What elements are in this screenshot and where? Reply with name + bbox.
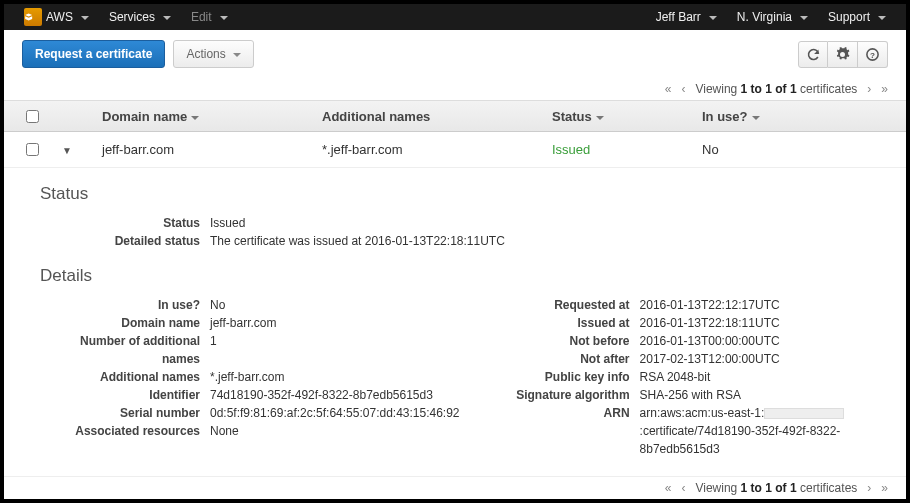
caret-down-icon bbox=[229, 47, 241, 61]
domain-value: jeff-barr.com bbox=[210, 314, 460, 332]
col-header-additional[interactable]: Additional names bbox=[322, 109, 552, 124]
cell-status: Issued bbox=[552, 142, 702, 157]
assoc-value: None bbox=[210, 422, 460, 440]
svg-text:?: ? bbox=[870, 50, 875, 59]
aws-home[interactable]: AWS bbox=[14, 8, 99, 26]
page-prev-button[interactable]: ‹ bbox=[681, 82, 685, 96]
status-value: Issued bbox=[210, 214, 870, 232]
pager-bottom: « ‹ Viewing 1 to 1 of 1 certificates › » bbox=[4, 476, 906, 499]
pubkey-value: RSA 2048-bit bbox=[640, 368, 870, 386]
region-label: N. Virginia bbox=[737, 10, 792, 24]
details-left: In use?No Domain namejeff-barr.com Numbe… bbox=[40, 296, 460, 458]
pager-text: Viewing 1 to 1 of 1 certificates bbox=[695, 481, 857, 495]
edit-menu[interactable]: Edit bbox=[181, 10, 238, 24]
details-section-title: Details bbox=[40, 266, 870, 286]
notafter-value: 2017-02-13T12:00:00UTC bbox=[640, 350, 870, 368]
edit-label: Edit bbox=[191, 10, 212, 24]
sort-icon bbox=[752, 116, 760, 124]
actions-label: Actions bbox=[186, 47, 225, 61]
actions-menu-button[interactable]: Actions bbox=[173, 40, 254, 68]
user-label: Jeff Barr bbox=[656, 10, 701, 24]
global-nav: AWS Services Edit Jeff Barr N. Virginia … bbox=[4, 4, 906, 30]
app-frame: AWS Services Edit Jeff Barr N. Virginia … bbox=[0, 0, 910, 503]
toolbar-icon-group: ? bbox=[798, 41, 888, 68]
identifier-link[interactable]: 74d18190-352f-492f-8322-8b7edb5615d3 bbox=[210, 386, 460, 404]
detailed-status-value: The certificate was issued at 2016-01-13… bbox=[210, 232, 870, 250]
table-header: Domain name Additional names Status In u… bbox=[4, 100, 906, 132]
row-expander[interactable]: ▼ bbox=[62, 145, 72, 156]
cell-inuse: No bbox=[702, 142, 888, 157]
request-certificate-button[interactable]: Request a certificate bbox=[22, 40, 165, 68]
caret-down-icon bbox=[159, 10, 171, 24]
caret-down-icon bbox=[77, 10, 89, 24]
arn-value: arn:aws:acm:us-east-1::certificate/74d18… bbox=[640, 404, 870, 458]
help-button[interactable]: ? bbox=[858, 41, 888, 68]
sort-icon bbox=[191, 116, 199, 124]
inuse-value: No bbox=[210, 296, 460, 314]
cell-additional: *.jeff-barr.com bbox=[322, 142, 552, 157]
redacted-account-id bbox=[764, 408, 844, 419]
col-header-status[interactable]: Status bbox=[552, 109, 702, 124]
addnames-value: *.jeff-barr.com bbox=[210, 368, 460, 386]
detail-panel: Status StatusIssued Detailed statusThe c… bbox=[4, 168, 906, 476]
pager-text: Viewing 1 to 1 of 1 certificates bbox=[695, 82, 857, 96]
serial-value: 0d:5f:f9:81:69:af:2c:5f:64:55:07:dd:43:1… bbox=[210, 404, 460, 422]
status-label: Status bbox=[40, 214, 210, 232]
account-menu[interactable]: Jeff Barr bbox=[646, 10, 727, 24]
status-section-title: Status bbox=[40, 184, 870, 204]
brand-label: AWS bbox=[46, 10, 73, 24]
table-row[interactable]: ▼ jeff-barr.com *.jeff-barr.com Issued N… bbox=[4, 132, 906, 168]
support-menu[interactable]: Support bbox=[818, 10, 896, 24]
sort-icon bbox=[596, 116, 604, 124]
page-last-button[interactable]: » bbox=[881, 481, 888, 495]
requested-value: 2016-01-13T22:12:17UTC bbox=[640, 296, 870, 314]
services-label: Services bbox=[109, 10, 155, 24]
page-first-button[interactable]: « bbox=[665, 82, 672, 96]
select-all-checkbox[interactable] bbox=[26, 110, 39, 123]
refresh-button[interactable] bbox=[798, 41, 828, 68]
page-prev-button[interactable]: ‹ bbox=[681, 481, 685, 495]
gear-icon bbox=[835, 47, 850, 62]
detailed-status-label: Detailed status bbox=[40, 232, 210, 250]
services-menu[interactable]: Services bbox=[99, 10, 181, 24]
help-icon: ? bbox=[865, 47, 880, 62]
row-checkbox[interactable] bbox=[26, 143, 39, 156]
caret-down-icon bbox=[796, 10, 808, 24]
notbefore-value: 2016-01-13T00:00:00UTC bbox=[640, 332, 870, 350]
page-next-button[interactable]: › bbox=[867, 82, 871, 96]
page-next-button[interactable]: › bbox=[867, 481, 871, 495]
details-right: Requested at2016-01-13T22:12:17UTC Issue… bbox=[470, 296, 870, 458]
sigalg-value: SHA-256 with RSA bbox=[640, 386, 870, 404]
pager-top: « ‹ Viewing 1 to 1 of 1 certificates › » bbox=[4, 78, 906, 100]
caret-down-icon bbox=[874, 10, 886, 24]
numadd-value: 1 bbox=[210, 332, 460, 368]
caret-down-icon bbox=[216, 10, 228, 24]
col-header-inuse[interactable]: In use? bbox=[702, 109, 888, 124]
refresh-icon bbox=[806, 47, 821, 62]
cell-domain: jeff-barr.com bbox=[102, 142, 322, 157]
page-first-button[interactable]: « bbox=[665, 481, 672, 495]
settings-button[interactable] bbox=[828, 41, 858, 68]
page-last-button[interactable]: » bbox=[881, 82, 888, 96]
aws-logo-icon bbox=[24, 8, 42, 26]
col-header-domain[interactable]: Domain name bbox=[102, 109, 322, 124]
support-label: Support bbox=[828, 10, 870, 24]
issued-value: 2016-01-13T22:18:11UTC bbox=[640, 314, 870, 332]
region-menu[interactable]: N. Virginia bbox=[727, 10, 818, 24]
caret-down-icon bbox=[705, 10, 717, 24]
toolbar: Request a certificate Actions ? bbox=[4, 30, 906, 78]
